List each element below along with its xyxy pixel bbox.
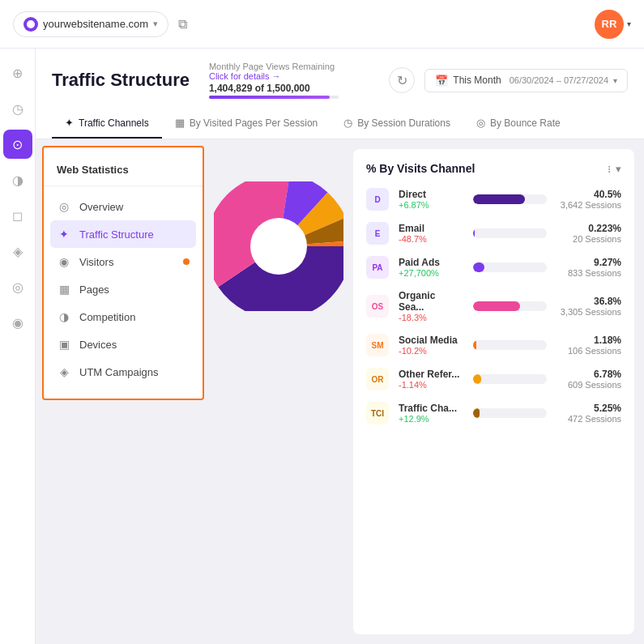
avatar-chevron-icon[interactable]: ▾ xyxy=(627,19,631,28)
utm-campaigns-icon: ◈ xyxy=(57,365,71,378)
bounce-rate-icon: ◎ xyxy=(476,117,485,129)
filter-button[interactable]: ⫶ ▾ xyxy=(607,163,621,175)
header-top: Traffic Structure Monthly Page Views Rem… xyxy=(52,62,628,99)
pie-chart xyxy=(214,181,343,311)
sidebar-icon-history[interactable]: ◷ xyxy=(3,94,32,123)
channel-abbr: D xyxy=(366,188,389,211)
channel-pct: 9.27% xyxy=(557,257,621,268)
stats-title: % By Visits Channel xyxy=(366,162,475,175)
pie-chart-container xyxy=(214,149,343,634)
nav-item-visitors[interactable]: ◉ Visitors xyxy=(44,248,203,275)
external-link-icon[interactable]: ⧉ xyxy=(178,17,187,32)
channel-stats: 0.223% 20 Sessions xyxy=(557,223,621,244)
refresh-button[interactable]: ↻ xyxy=(389,67,415,93)
stats-header: % By Visits Channel ⫶ ▾ xyxy=(366,162,621,175)
nav-item-utm-campaigns[interactable]: ◈ UTM Campaigns xyxy=(44,358,203,386)
traffic-structure-icon: ✦ xyxy=(57,228,71,241)
progress-bar-fill xyxy=(209,96,330,99)
visitors-icon: ◉ xyxy=(57,255,71,268)
visitors-badge xyxy=(183,258,190,265)
nav-sidebar: Web Statistics ◎ Overview ✦ Traffic Stru… xyxy=(42,146,204,400)
channel-row: OR Other Refer... -1.14% 6.78% 609 Sessi… xyxy=(366,368,621,390)
bar-container xyxy=(473,301,547,311)
progress-bar-container xyxy=(209,96,339,99)
channel-sessions: 106 Sessions xyxy=(557,346,621,356)
channel-info: Organic Sea... -18.3% xyxy=(399,290,463,322)
top-bar: yourwebsitename.com ▾ ⧉ RR ▾ xyxy=(0,0,644,49)
traffic-channels-icon: ✦ xyxy=(65,117,74,129)
nav-label-pages: Pages xyxy=(79,284,109,296)
header-right: ↻ 📅 This Month 06/30/2024 – 07/27/2024 ▾ xyxy=(389,67,628,93)
competition-icon: ◑ xyxy=(57,310,71,323)
page-views-info: Monthly Page Views Remaining Click for d… xyxy=(209,62,339,99)
channel-rows: D Direct +6.87% 40.5% 3,642 Sessions E E… xyxy=(366,188,621,424)
channel-pct: 0.223% xyxy=(557,223,621,234)
nav-item-pages[interactable]: ▦ Pages xyxy=(44,275,203,303)
svg-point-7 xyxy=(250,218,307,275)
bar-container xyxy=(473,374,547,384)
channel-pct: 40.5% xyxy=(557,189,621,200)
channel-name: Email xyxy=(399,223,463,234)
channel-info: Email -48.7% xyxy=(399,223,463,244)
tab-bounce-rate[interactable]: ◎ By Bounce Rate xyxy=(463,109,574,139)
sidebar-icon-location[interactable]: ◈ xyxy=(3,237,32,266)
tab-traffic-channels-label: Traffic Channels xyxy=(79,117,149,129)
this-month-label: This Month xyxy=(453,75,501,86)
channel-name: Traffic Cha... xyxy=(399,403,463,414)
sidebar-icon-add[interactable]: ⊕ xyxy=(3,58,32,87)
channel-change: +12.9% xyxy=(399,414,463,424)
sidebar-icon-pages[interactable]: ◻ xyxy=(3,201,32,230)
sidebar-icon-settings[interactable]: ◎ xyxy=(3,272,32,301)
channel-abbr: OS xyxy=(366,295,389,318)
channel-name: Organic Sea... xyxy=(399,290,463,313)
nav-item-traffic-structure[interactable]: ✦ Traffic Structure xyxy=(50,220,196,248)
nav-item-devices[interactable]: ▣ Devices xyxy=(44,331,203,358)
nav-item-competition[interactable]: ◑ Competition xyxy=(44,303,203,331)
site-name: yourwebsitename.com xyxy=(43,18,148,30)
date-range: 06/30/2024 – 07/27/2024 xyxy=(510,75,608,85)
sidebar-wrapper: Web Statistics ◎ Overview ✦ Traffic Stru… xyxy=(36,139,204,644)
sidebar-icon-analytics[interactable]: ⊙ xyxy=(3,130,32,159)
tab-traffic-channels[interactable]: ✦ Traffic Channels xyxy=(52,109,162,139)
nav-label-overview: Overview xyxy=(79,201,123,213)
stats-panel: % By Visits Channel ⫶ ▾ D Direct +6.87% … xyxy=(353,149,634,634)
date-selector[interactable]: 📅 This Month 06/30/2024 – 07/27/2024 ▾ xyxy=(424,69,628,92)
tab-session-durations-label: By Session Durations xyxy=(357,117,450,129)
channel-sessions: 20 Sessions xyxy=(557,234,621,244)
nav-label-utm-campaigns: UTM Campaigns xyxy=(79,366,159,378)
filter-chevron-icon: ▾ xyxy=(616,163,621,175)
session-durations-icon: ◷ xyxy=(343,117,352,129)
sidebar-icon-chart[interactable]: ◑ xyxy=(3,165,32,194)
channel-sessions: 3,642 Sessions xyxy=(557,200,621,210)
channel-stats: 40.5% 3,642 Sessions xyxy=(557,189,621,210)
calendar-icon: 📅 xyxy=(435,75,448,87)
channel-sessions: 472 Sessions xyxy=(557,414,621,424)
main-content: Traffic Structure Monthly Page Views Rem… xyxy=(36,49,644,644)
bar-fill xyxy=(473,408,480,418)
nav-label-devices: Devices xyxy=(79,339,117,351)
tab-bounce-rate-label: By Bounce Rate xyxy=(490,117,561,129)
channel-change: -1.14% xyxy=(399,380,463,390)
sidebar-icon-user[interactable]: ◉ xyxy=(3,308,32,337)
nav-label-competition: Competition xyxy=(79,311,135,323)
nav-item-overview[interactable]: ◎ Overview xyxy=(44,193,203,220)
channel-pct: 6.78% xyxy=(557,369,621,380)
bar-fill xyxy=(473,340,476,350)
channel-sessions: 833 Sessions xyxy=(557,268,621,278)
tab-session-durations[interactable]: ◷ By Session Durations xyxy=(331,109,463,139)
channel-name: Other Refer... xyxy=(399,369,463,380)
date-chevron-icon: ▾ xyxy=(613,76,617,85)
bar-container xyxy=(473,262,547,272)
tab-visited-pages[interactable]: ▦ By Visited Pages Per Session xyxy=(162,109,331,139)
channel-info: Paid Ads +27,700% xyxy=(399,257,463,278)
overview-icon: ◎ xyxy=(57,200,71,213)
channel-pct: 36.8% xyxy=(557,296,621,307)
site-selector[interactable]: yourwebsitename.com ▾ xyxy=(13,11,168,37)
click-details-link[interactable]: Click for details → xyxy=(209,71,339,81)
avatar[interactable]: RR xyxy=(595,10,624,39)
top-bar-left: yourwebsitename.com ▾ ⧉ xyxy=(13,11,187,37)
channel-row: D Direct +6.87% 40.5% 3,642 Sessions xyxy=(366,188,621,211)
channel-abbr: SM xyxy=(366,334,389,356)
channel-name: Direct xyxy=(399,189,463,200)
channel-change: -48.7% xyxy=(399,234,463,244)
